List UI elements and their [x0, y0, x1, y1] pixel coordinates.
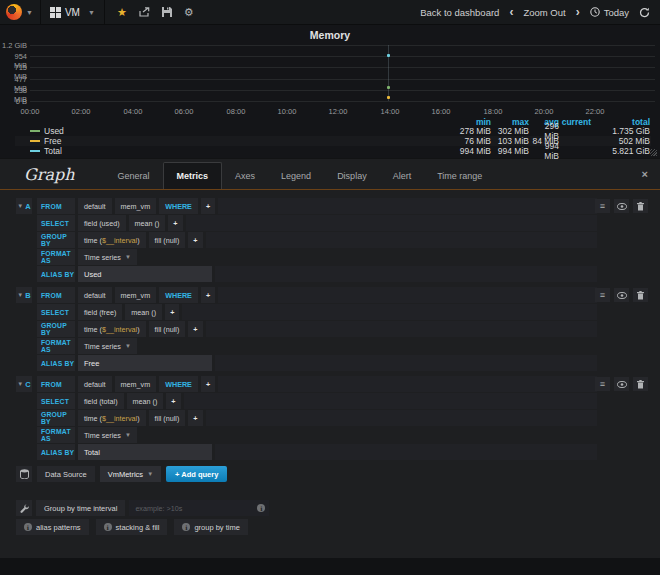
zoom-out-button[interactable]: Zoom Out [523, 7, 565, 18]
add-group-by-button[interactable]: + [188, 321, 202, 337]
x-axis-tick: 04:00 [124, 107, 143, 116]
group-by-time-segment[interactable]: time ($__interval) [78, 321, 146, 337]
query-menu-icon[interactable]: ≡ [595, 199, 610, 213]
policy-segment[interactable]: default [78, 198, 112, 214]
add-group-by-button[interactable]: + [188, 232, 202, 248]
alias-input[interactable]: Used [78, 266, 212, 282]
add-select-button[interactable]: + [165, 304, 179, 320]
datasource-select[interactable]: VmMetrics▼ [100, 466, 161, 482]
alias-input[interactable]: Total [78, 444, 212, 460]
toggle-visibility-eye-icon[interactable] [614, 288, 629, 302]
stat-avg: 994 MiB [529, 141, 559, 161]
legend-col-total[interactable]: total [591, 117, 651, 127]
stacking-fill-help-button[interactable]: istacking & fill [96, 519, 168, 535]
fill-segment[interactable]: fill (null) [149, 321, 186, 337]
stat-max: 302 MiB [491, 126, 529, 136]
panel-title[interactable]: Memory [0, 29, 660, 41]
settings-gear-icon[interactable]: ⚙ [184, 7, 194, 18]
policy-segment[interactable]: default [78, 376, 112, 392]
delete-query-trash-icon[interactable] [633, 288, 648, 302]
tab-axes[interactable]: Axes [222, 163, 268, 189]
total-data-point [387, 54, 390, 57]
query-options-row: Group by time interval i [16, 500, 273, 516]
add-query-button[interactable]: + Add query [166, 466, 227, 482]
measurement-segment[interactable]: mem_vm [115, 287, 157, 303]
measurement-segment[interactable]: mem_vm [115, 376, 157, 392]
series-color-swatch[interactable] [30, 150, 40, 152]
legend-col-max[interactable]: max [491, 117, 529, 127]
interval-input[interactable] [129, 500, 269, 516]
select-field-segment[interactable]: field (total) [78, 393, 124, 409]
where-segment[interactable]: WHERE [159, 198, 198, 214]
where-segment[interactable]: WHERE [159, 287, 198, 303]
graph-plot-area[interactable] [30, 45, 655, 101]
format-as-select[interactable]: Time series▼ [78, 427, 137, 443]
series-name[interactable]: Total [44, 146, 62, 156]
tab-alert[interactable]: Alert [380, 163, 425, 189]
toggle-visibility-eye-icon[interactable] [614, 377, 629, 391]
select-fn-segment[interactable]: mean () [129, 215, 166, 231]
delete-query-trash-icon[interactable] [633, 199, 648, 213]
add-condition-button[interactable]: + [201, 376, 215, 392]
add-group-by-button[interactable]: + [188, 410, 202, 426]
help-buttons-row: ialias patterns istacking & fill igroup … [16, 519, 255, 535]
tab-metrics[interactable]: Metrics [163, 162, 223, 189]
fill-segment[interactable]: fill (null) [149, 410, 186, 426]
series-name[interactable]: Free [44, 136, 61, 146]
panel-editor: Graph General Metrics Axes Legend Displa… [0, 159, 660, 558]
series-name[interactable]: Used [44, 126, 64, 136]
time-shift-right-icon[interactable]: › [576, 5, 580, 19]
query-collapse-toggle[interactable]: ▼B [16, 287, 32, 303]
tab-time-range[interactable]: Time range [424, 163, 495, 189]
alias-input[interactable]: Free [78, 355, 212, 371]
x-axis-tick: 10:00 [278, 107, 297, 116]
query-collapse-toggle[interactable]: ▼C [16, 376, 32, 392]
tab-general[interactable]: General [105, 163, 163, 189]
save-icon[interactable] [162, 7, 172, 17]
group-by-time-help-button[interactable]: igroup by time [174, 519, 247, 535]
star-icon[interactable]: ★ [117, 7, 127, 18]
query-menu-icon[interactable]: ≡ [595, 288, 610, 302]
select-fn-segment[interactable]: mean () [125, 304, 162, 320]
tab-display[interactable]: Display [324, 163, 380, 189]
add-select-button[interactable]: + [168, 215, 182, 231]
add-condition-button[interactable]: + [201, 198, 215, 214]
legend-col-min[interactable]: min [441, 117, 491, 127]
alias-patterns-help-button[interactable]: ialias patterns [16, 519, 89, 535]
share-icon[interactable] [139, 7, 150, 17]
x-axis-tick: 20:00 [535, 107, 554, 116]
measurement-segment[interactable]: mem_vm [115, 198, 157, 214]
query-collapse-toggle[interactable]: ▼A [16, 198, 32, 214]
fill-segment[interactable]: fill (null) [149, 232, 186, 248]
tab-legend[interactable]: Legend [268, 163, 324, 189]
dashboard-picker[interactable]: VM ▼ [40, 0, 105, 24]
select-fn-segment[interactable]: mean () [127, 393, 164, 409]
select-field-segment[interactable]: field (used) [78, 215, 126, 231]
panel-resize-handle[interactable] [650, 149, 657, 156]
group-by-time-segment[interactable]: time ($__interval) [78, 410, 146, 426]
legend-row-used[interactable]: Used 278 MiB 302 MiB 296 MiB 1.735 GiB [15, 126, 651, 136]
select-field-segment[interactable]: field (free) [78, 304, 122, 320]
series-color-swatch[interactable] [30, 130, 40, 132]
delete-query-trash-icon[interactable] [633, 377, 648, 391]
group-by-time-segment[interactable]: time ($__interval) [78, 232, 146, 248]
grafana-menu[interactable]: ▼ [0, 0, 40, 24]
legend-col-current[interactable]: current [559, 117, 591, 127]
stat-min: 76 MiB [441, 136, 491, 146]
format-as-select[interactable]: Time series▼ [78, 338, 137, 354]
close-editor-icon[interactable]: × [642, 168, 648, 180]
query-menu-icon[interactable]: ≡ [595, 377, 610, 391]
series-color-swatch[interactable] [30, 140, 40, 142]
back-to-dashboard-link[interactable]: Back to dashboard [420, 7, 499, 18]
legend-row-total[interactable]: Total 994 MiB 994 MiB 994 MiB 5.821 GiB [15, 146, 651, 156]
time-picker[interactable]: Today [590, 7, 629, 18]
add-select-button[interactable]: + [166, 393, 180, 409]
refresh-icon[interactable] [639, 7, 650, 18]
format-as-select[interactable]: Time series▼ [78, 249, 137, 265]
add-condition-button[interactable]: + [201, 287, 215, 303]
stat-min: 994 MiB [441, 146, 491, 156]
where-segment[interactable]: WHERE [159, 376, 198, 392]
time-shift-left-icon[interactable]: ‹ [509, 5, 513, 19]
toggle-visibility-eye-icon[interactable] [614, 199, 629, 213]
policy-segment[interactable]: default [78, 287, 112, 303]
